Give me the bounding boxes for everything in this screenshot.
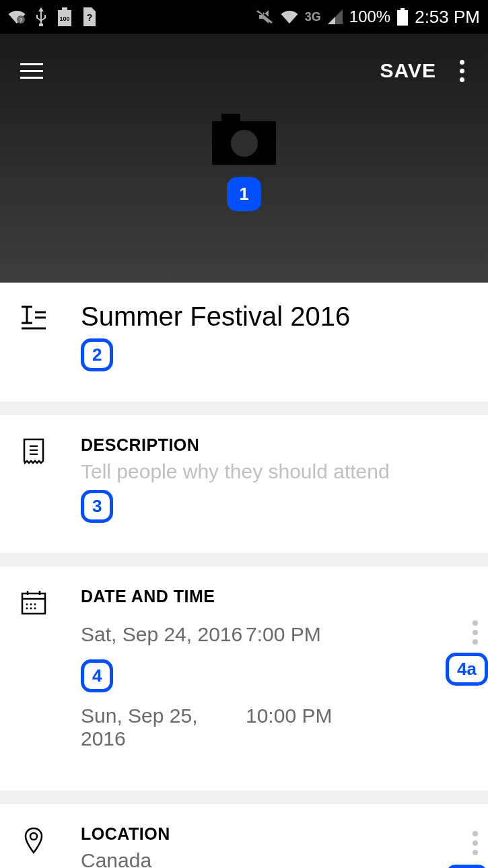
location-value[interactable]: Canada (81, 849, 468, 868)
svg-point-23 (34, 608, 36, 610)
svg-point-19 (30, 604, 32, 606)
description-input[interactable]: Tell people why they should attend (81, 460, 468, 483)
camera-icon[interactable] (212, 121, 276, 165)
datetime-more-icon[interactable] (473, 620, 478, 645)
network-3g-icon: 3G (305, 10, 321, 24)
svg-text:?: ? (19, 17, 23, 24)
svg-point-22 (30, 608, 32, 610)
hint-badge-5a: 5a (446, 865, 488, 868)
svg-point-20 (34, 604, 36, 606)
content-area: Summer Festival 2016 2 DESCRIPTION Tell … (0, 283, 488, 868)
battery-100-icon: 100 (57, 7, 73, 26)
wifi-help-icon: ? (8, 9, 26, 24)
status-bar-right: 3G 100% 2:53 PM (256, 7, 480, 28)
status-bar-left: ? 100 ? (8, 7, 97, 26)
end-datetime-row[interactable]: Sun, Sep 25, 2016 10:00 PM (81, 704, 468, 750)
hint-badge-1: 1 (227, 177, 260, 211)
svg-rect-7 (400, 8, 405, 10)
end-time[interactable]: 10:00 PM (246, 704, 332, 750)
battery-percent: 100% (349, 7, 390, 26)
title-icon (20, 305, 47, 330)
svg-rect-6 (397, 10, 408, 26)
muted-icon (256, 9, 274, 25)
svg-text:?: ? (87, 12, 93, 23)
description-section[interactable]: DESCRIPTION Tell people why they should … (0, 415, 488, 567)
hamburger-menu-icon[interactable] (20, 63, 43, 79)
header-section: SAVE 1 (0, 34, 488, 283)
svg-point-18 (26, 604, 28, 606)
end-date[interactable]: Sun, Sep 25, 2016 (81, 704, 246, 750)
app-bar: SAVE (0, 34, 488, 108)
status-time: 2:53 PM (415, 7, 480, 28)
hint-badge-2: 2 (81, 338, 113, 371)
svg-point-21 (26, 608, 28, 610)
datetime-section[interactable]: DATE AND TIME Sat, Sep 24, 2016 7:00 PM … (0, 567, 488, 804)
signal-icon (328, 9, 343, 24)
status-bar: ? 100 ? 3G 100% 2:53 PM (0, 0, 488, 34)
svg-point-24 (30, 833, 37, 840)
location-pin-icon (20, 827, 47, 854)
hint-badge-4a: 4a (446, 653, 488, 686)
hint-badge-4: 4 (81, 659, 113, 692)
event-title-input[interactable]: Summer Festival 2016 (81, 301, 468, 332)
start-datetime-row[interactable]: Sat, Sep 24, 2016 7:00 PM (81, 623, 468, 646)
calendar-icon (20, 589, 47, 615)
description-icon (20, 438, 47, 465)
location-more-icon[interactable] (473, 831, 478, 855)
image-picker-area[interactable]: 1 (0, 121, 488, 211)
title-section[interactable]: Summer Festival 2016 2 (0, 283, 488, 415)
start-time[interactable]: 7:00 PM (246, 623, 321, 646)
datetime-label: DATE AND TIME (81, 587, 468, 606)
hint-badge-3: 3 (81, 490, 113, 523)
file-unknown-icon: ? (82, 7, 97, 26)
usb-icon (35, 7, 47, 26)
svg-text:100: 100 (59, 15, 69, 22)
location-label: LOCATION (81, 824, 468, 844)
wifi-icon (281, 9, 298, 24)
save-button[interactable]: SAVE (380, 59, 436, 82)
more-options-icon[interactable] (456, 57, 468, 85)
svg-rect-3 (62, 7, 67, 10)
location-section[interactable]: LOCATION Canada 5 5a (0, 804, 488, 868)
start-date[interactable]: Sat, Sep 24, 2016 (81, 623, 246, 646)
description-label: DESCRIPTION (81, 435, 468, 455)
svg-rect-14 (22, 593, 45, 614)
battery-full-icon (397, 8, 408, 26)
